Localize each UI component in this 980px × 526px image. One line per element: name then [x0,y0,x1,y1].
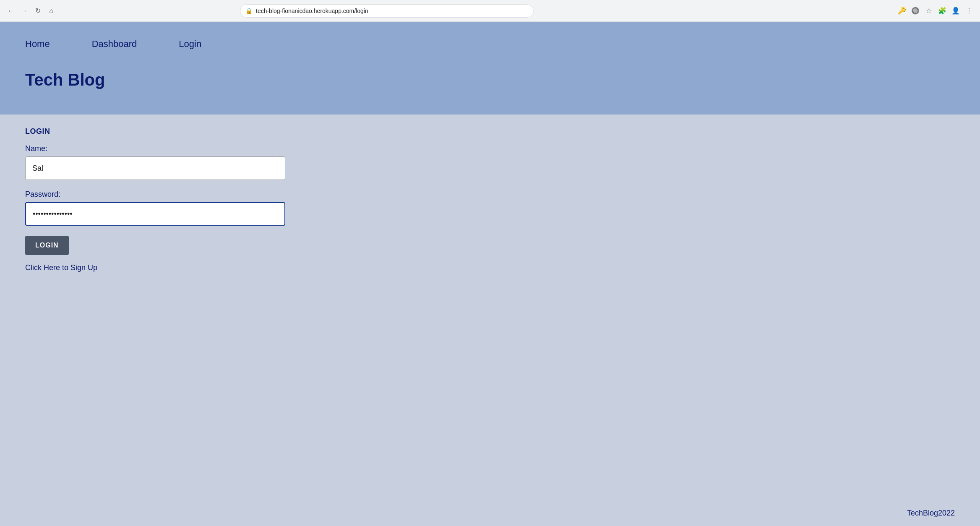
extensions-icon[interactable]: 🧩 [936,5,948,17]
page-wrapper: Home Dashboard Login Tech Blog LOGIN Nam… [0,22,980,526]
login-heading: LOGIN [25,127,310,136]
reload-button[interactable]: ↻ [32,5,44,17]
header: Home Dashboard Login Tech Blog [0,22,980,115]
site-title: Tech Blog [25,70,955,89]
address-bar[interactable]: 🔒 tech-blog-fionanicdao.herokuapp.com/lo… [240,4,534,18]
signup-link[interactable]: Click Here to Sign Up [25,263,310,272]
nav-dashboard[interactable]: Dashboard [92,39,137,49]
url-text: tech-blog-fionanicdao.herokuapp.com/logi… [256,8,528,14]
login-button[interactable]: LOGIN [25,236,69,255]
share-icon[interactable]: 🔘 [910,5,921,17]
nav-home[interactable]: Home [25,39,50,49]
navbar: Home Dashboard Login [25,39,955,49]
browser-chrome: ← → ↻ ⌂ 🔒 tech-blog-fionanicdao.herokuap… [0,0,980,22]
back-button[interactable]: ← [5,5,17,17]
lock-icon: 🔒 [245,8,253,14]
main-content: LOGIN Name: Password: LOGIN Click Here t… [0,115,980,500]
name-input[interactable] [25,156,285,180]
forward-button[interactable]: → [18,5,30,17]
profile-icon[interactable]: 👤 [950,5,962,17]
home-button[interactable]: ⌂ [45,5,57,17]
bookmark-icon[interactable]: ☆ [923,5,935,17]
browser-actions: 🔑 🔘 ☆ 🧩 👤 ⋮ [896,5,975,17]
key-icon[interactable]: 🔑 [896,5,908,17]
footer: TechBlog2022 [0,500,980,526]
browser-nav-buttons: ← → ↻ ⌂ [5,5,57,17]
nav-login[interactable]: Login [179,39,201,49]
footer-text: TechBlog2022 [907,509,955,517]
menu-icon[interactable]: ⋮ [963,5,975,17]
password-input[interactable] [25,202,285,226]
password-label: Password: [25,190,310,199]
login-section: LOGIN Name: Password: LOGIN Click Here t… [25,127,310,272]
name-label: Name: [25,144,310,153]
